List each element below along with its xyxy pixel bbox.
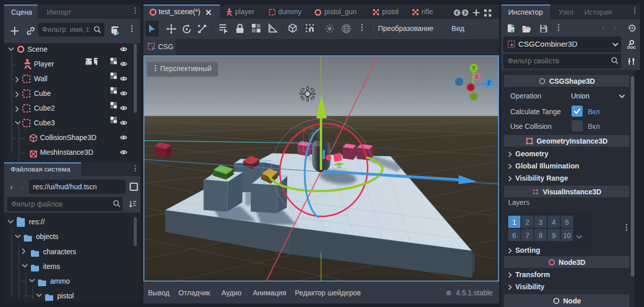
svg-text:Y: Y — [472, 65, 476, 71]
svg-text:DOC: DOC — [627, 45, 636, 50]
svg-text:X: X — [475, 74, 479, 80]
svg-text:Z: Z — [487, 80, 491, 86]
